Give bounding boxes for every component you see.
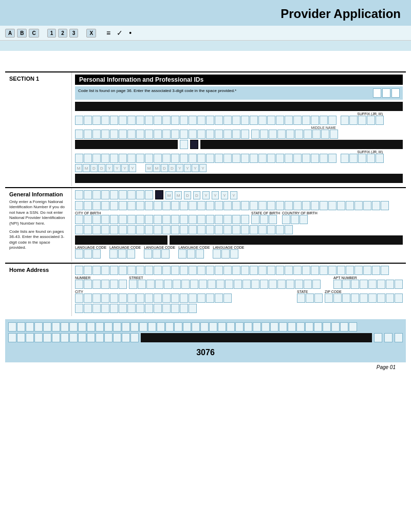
addr-12[interactable] bbox=[171, 266, 179, 275]
ln-18[interactable] bbox=[223, 116, 232, 125]
ssn-date-m2[interactable]: M bbox=[175, 191, 182, 199]
ln-12[interactable] bbox=[171, 116, 179, 125]
bt1-38[interactable] bbox=[331, 322, 340, 332]
mn-2[interactable] bbox=[260, 130, 268, 139]
lc5-3[interactable] bbox=[230, 249, 238, 259]
str-14[interactable] bbox=[242, 280, 251, 289]
city-20[interactable] bbox=[241, 215, 249, 224]
bt2-r3[interactable] bbox=[395, 333, 403, 342]
bt1-34[interactable] bbox=[296, 322, 305, 332]
mn-3[interactable] bbox=[269, 130, 277, 139]
ln-2[interactable] bbox=[84, 116, 92, 125]
city-18[interactable] bbox=[223, 215, 232, 224]
addr-4[interactable] bbox=[101, 266, 109, 275]
addr-2[interactable] bbox=[84, 266, 92, 275]
addr-30[interactable] bbox=[328, 266, 337, 275]
fn-14[interactable] bbox=[189, 130, 197, 139]
str-12[interactable] bbox=[225, 280, 233, 289]
fn-15[interactable] bbox=[197, 130, 206, 139]
an-23[interactable] bbox=[267, 154, 275, 163]
fn-13[interactable] bbox=[180, 130, 188, 139]
str-8[interactable] bbox=[190, 280, 198, 289]
ssn-5[interactable] bbox=[110, 190, 118, 199]
ef-13[interactable] bbox=[180, 225, 188, 234]
id-1[interactable] bbox=[75, 201, 83, 210]
ac-18[interactable] bbox=[223, 293, 232, 303]
addr-27[interactable] bbox=[302, 266, 310, 275]
ln-15[interactable] bbox=[197, 116, 206, 125]
an-3[interactable] bbox=[92, 154, 101, 163]
toolbar-icon-menu[interactable]: ≡ bbox=[104, 28, 113, 38]
ef-21[interactable] bbox=[250, 225, 258, 234]
an-18[interactable] bbox=[223, 154, 232, 163]
lc5-1[interactable] bbox=[213, 249, 221, 259]
an-21[interactable] bbox=[250, 154, 258, 163]
ln-6[interactable] bbox=[119, 116, 127, 125]
fn-8[interactable] bbox=[136, 130, 144, 139]
fn-2[interactable] bbox=[84, 130, 92, 139]
num-5[interactable] bbox=[110, 280, 118, 289]
ssn-9[interactable] bbox=[145, 190, 153, 199]
ae-11[interactable] bbox=[162, 304, 171, 313]
cob-1[interactable] bbox=[282, 215, 290, 224]
toolbar-btn-x[interactable]: X bbox=[86, 29, 96, 38]
id-8[interactable] bbox=[136, 201, 144, 210]
lc2-1[interactable] bbox=[109, 249, 118, 259]
lc3-2[interactable] bbox=[153, 249, 161, 259]
ac-4[interactable] bbox=[101, 293, 109, 303]
city-11[interactable] bbox=[162, 215, 171, 224]
an-9[interactable] bbox=[145, 154, 153, 163]
id-24[interactable] bbox=[276, 201, 284, 210]
addr-21[interactable] bbox=[250, 266, 258, 275]
fn-5[interactable] bbox=[110, 130, 118, 139]
ssn-3[interactable] bbox=[92, 190, 101, 199]
city-19[interactable] bbox=[232, 215, 240, 224]
an-19[interactable] bbox=[232, 154, 240, 163]
addr-17[interactable] bbox=[215, 266, 223, 275]
lc1-1[interactable] bbox=[75, 249, 83, 259]
ln-24[interactable] bbox=[276, 116, 284, 125]
bt2-10[interactable] bbox=[87, 333, 95, 342]
an-13[interactable] bbox=[180, 154, 188, 163]
ln-9[interactable] bbox=[145, 116, 153, 125]
toolbar-icon-dot[interactable]: • bbox=[127, 28, 134, 38]
addr-7[interactable] bbox=[127, 266, 136, 275]
id-14[interactable] bbox=[189, 201, 197, 210]
ef-5[interactable] bbox=[110, 225, 118, 234]
ac-12[interactable] bbox=[171, 293, 179, 303]
toolbar-btn-c[interactable]: C bbox=[29, 29, 39, 38]
num-3[interactable] bbox=[92, 280, 101, 289]
str-11[interactable] bbox=[216, 280, 225, 289]
an-15[interactable] bbox=[197, 154, 206, 163]
id-31[interactable] bbox=[337, 201, 345, 210]
an-29[interactable] bbox=[320, 154, 328, 163]
ef-10[interactable] bbox=[154, 225, 162, 234]
bt2-13[interactable] bbox=[113, 333, 121, 342]
addr-26[interactable] bbox=[293, 266, 302, 275]
ssn-8[interactable] bbox=[136, 190, 144, 199]
bt2-r1[interactable] bbox=[374, 333, 382, 342]
ln-4[interactable] bbox=[101, 116, 109, 125]
lc1-3[interactable] bbox=[92, 249, 101, 259]
id-21[interactable] bbox=[250, 201, 258, 210]
date2-y4[interactable]: Y bbox=[199, 164, 207, 172]
ac-5[interactable] bbox=[110, 293, 118, 303]
ln-22[interactable] bbox=[258, 116, 267, 125]
id-33[interactable] bbox=[354, 201, 363, 210]
fn-7[interactable] bbox=[127, 130, 136, 139]
as-3[interactable] bbox=[314, 293, 323, 303]
ln-7[interactable] bbox=[127, 116, 136, 125]
bt2-15[interactable] bbox=[130, 333, 139, 342]
az-1[interactable] bbox=[325, 293, 333, 303]
addr-15[interactable] bbox=[197, 266, 206, 275]
ln-20[interactable] bbox=[241, 116, 249, 125]
id-28[interactable] bbox=[311, 201, 319, 210]
ln-25[interactable] bbox=[285, 116, 293, 125]
bt1-35[interactable] bbox=[305, 322, 313, 332]
addr-35[interactable] bbox=[372, 266, 380, 275]
date2-y2[interactable]: Y bbox=[184, 164, 191, 172]
num-4[interactable] bbox=[101, 280, 109, 289]
lc2-2[interactable] bbox=[118, 249, 126, 259]
an-16[interactable] bbox=[206, 154, 214, 163]
ln-28[interactable] bbox=[311, 116, 319, 125]
